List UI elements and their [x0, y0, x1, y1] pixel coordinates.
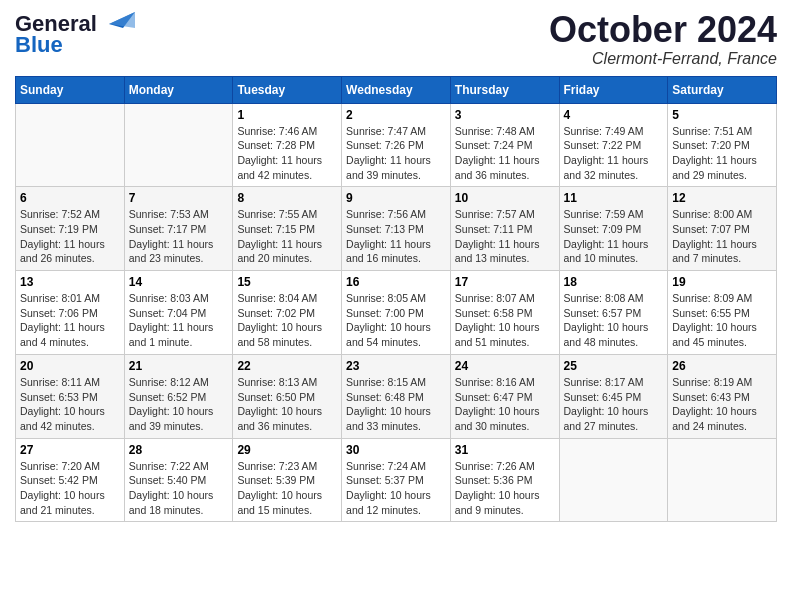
calendar-cell: 28Sunrise: 7:22 AM Sunset: 5:40 PM Dayli… — [124, 438, 233, 522]
day-info: Sunrise: 7:26 AM Sunset: 5:36 PM Dayligh… — [455, 459, 555, 518]
day-number: 13 — [20, 275, 120, 289]
day-number: 18 — [564, 275, 664, 289]
calendar-cell: 5Sunrise: 7:51 AM Sunset: 7:20 PM Daylig… — [668, 103, 777, 187]
logo: General Blue — [15, 10, 135, 56]
day-info: Sunrise: 8:11 AM Sunset: 6:53 PM Dayligh… — [20, 375, 120, 434]
calendar-week-row: 20Sunrise: 8:11 AM Sunset: 6:53 PM Dayli… — [16, 354, 777, 438]
calendar-cell — [559, 438, 668, 522]
day-info: Sunrise: 8:03 AM Sunset: 7:04 PM Dayligh… — [129, 291, 229, 350]
day-info: Sunrise: 8:04 AM Sunset: 7:02 PM Dayligh… — [237, 291, 337, 350]
calendar-week-row: 13Sunrise: 8:01 AM Sunset: 7:06 PM Dayli… — [16, 271, 777, 355]
calendar-cell: 22Sunrise: 8:13 AM Sunset: 6:50 PM Dayli… — [233, 354, 342, 438]
day-info: Sunrise: 7:47 AM Sunset: 7:26 PM Dayligh… — [346, 124, 446, 183]
day-number: 24 — [455, 359, 555, 373]
calendar-cell: 10Sunrise: 7:57 AM Sunset: 7:11 PM Dayli… — [450, 187, 559, 271]
day-number: 14 — [129, 275, 229, 289]
day-number: 6 — [20, 191, 120, 205]
day-info: Sunrise: 7:56 AM Sunset: 7:13 PM Dayligh… — [346, 207, 446, 266]
calendar-cell — [124, 103, 233, 187]
calendar-week-row: 1Sunrise: 7:46 AM Sunset: 7:28 PM Daylig… — [16, 103, 777, 187]
day-info: Sunrise: 8:07 AM Sunset: 6:58 PM Dayligh… — [455, 291, 555, 350]
weekday-header: Sunday — [16, 76, 125, 103]
weekday-header: Wednesday — [342, 76, 451, 103]
calendar-cell — [16, 103, 125, 187]
calendar-cell: 9Sunrise: 7:56 AM Sunset: 7:13 PM Daylig… — [342, 187, 451, 271]
day-info: Sunrise: 8:13 AM Sunset: 6:50 PM Dayligh… — [237, 375, 337, 434]
day-number: 10 — [455, 191, 555, 205]
logo-bird-icon — [99, 10, 135, 38]
calendar-week-row: 27Sunrise: 7:20 AM Sunset: 5:42 PM Dayli… — [16, 438, 777, 522]
day-info: Sunrise: 7:49 AM Sunset: 7:22 PM Dayligh… — [564, 124, 664, 183]
calendar-cell: 31Sunrise: 7:26 AM Sunset: 5:36 PM Dayli… — [450, 438, 559, 522]
day-info: Sunrise: 7:24 AM Sunset: 5:37 PM Dayligh… — [346, 459, 446, 518]
day-info: Sunrise: 8:16 AM Sunset: 6:47 PM Dayligh… — [455, 375, 555, 434]
calendar-cell: 21Sunrise: 8:12 AM Sunset: 6:52 PM Dayli… — [124, 354, 233, 438]
day-number: 20 — [20, 359, 120, 373]
day-number: 8 — [237, 191, 337, 205]
calendar-cell: 8Sunrise: 7:55 AM Sunset: 7:15 PM Daylig… — [233, 187, 342, 271]
calendar-cell: 24Sunrise: 8:16 AM Sunset: 6:47 PM Dayli… — [450, 354, 559, 438]
day-number: 26 — [672, 359, 772, 373]
day-number: 2 — [346, 108, 446, 122]
calendar-cell: 7Sunrise: 7:53 AM Sunset: 7:17 PM Daylig… — [124, 187, 233, 271]
weekday-header: Monday — [124, 76, 233, 103]
day-info: Sunrise: 8:17 AM Sunset: 6:45 PM Dayligh… — [564, 375, 664, 434]
day-number: 1 — [237, 108, 337, 122]
day-number: 22 — [237, 359, 337, 373]
day-number: 21 — [129, 359, 229, 373]
calendar-cell: 1Sunrise: 7:46 AM Sunset: 7:28 PM Daylig… — [233, 103, 342, 187]
day-info: Sunrise: 8:15 AM Sunset: 6:48 PM Dayligh… — [346, 375, 446, 434]
calendar-cell: 26Sunrise: 8:19 AM Sunset: 6:43 PM Dayli… — [668, 354, 777, 438]
day-info: Sunrise: 8:01 AM Sunset: 7:06 PM Dayligh… — [20, 291, 120, 350]
weekday-header: Tuesday — [233, 76, 342, 103]
day-info: Sunrise: 7:53 AM Sunset: 7:17 PM Dayligh… — [129, 207, 229, 266]
calendar-cell: 4Sunrise: 7:49 AM Sunset: 7:22 PM Daylig… — [559, 103, 668, 187]
month-title: October 2024 — [549, 10, 777, 50]
calendar-table: SundayMondayTuesdayWednesdayThursdayFrid… — [15, 76, 777, 523]
day-number: 9 — [346, 191, 446, 205]
day-info: Sunrise: 7:48 AM Sunset: 7:24 PM Dayligh… — [455, 124, 555, 183]
day-info: Sunrise: 7:59 AM Sunset: 7:09 PM Dayligh… — [564, 207, 664, 266]
logo-blue-text: Blue — [15, 34, 63, 56]
day-info: Sunrise: 8:12 AM Sunset: 6:52 PM Dayligh… — [129, 375, 229, 434]
day-number: 31 — [455, 443, 555, 457]
calendar-week-row: 6Sunrise: 7:52 AM Sunset: 7:19 PM Daylig… — [16, 187, 777, 271]
day-info: Sunrise: 7:51 AM Sunset: 7:20 PM Dayligh… — [672, 124, 772, 183]
day-number: 15 — [237, 275, 337, 289]
calendar-cell: 29Sunrise: 7:23 AM Sunset: 5:39 PM Dayli… — [233, 438, 342, 522]
day-info: Sunrise: 7:23 AM Sunset: 5:39 PM Dayligh… — [237, 459, 337, 518]
day-number: 17 — [455, 275, 555, 289]
calendar-cell: 27Sunrise: 7:20 AM Sunset: 5:42 PM Dayli… — [16, 438, 125, 522]
calendar-cell: 23Sunrise: 8:15 AM Sunset: 6:48 PM Dayli… — [342, 354, 451, 438]
day-info: Sunrise: 7:46 AM Sunset: 7:28 PM Dayligh… — [237, 124, 337, 183]
title-block: October 2024 Clermont-Ferrand, France — [549, 10, 777, 68]
weekday-header: Friday — [559, 76, 668, 103]
day-info: Sunrise: 8:09 AM Sunset: 6:55 PM Dayligh… — [672, 291, 772, 350]
day-number: 27 — [20, 443, 120, 457]
day-number: 25 — [564, 359, 664, 373]
day-info: Sunrise: 8:08 AM Sunset: 6:57 PM Dayligh… — [564, 291, 664, 350]
day-info: Sunrise: 7:55 AM Sunset: 7:15 PM Dayligh… — [237, 207, 337, 266]
day-number: 4 — [564, 108, 664, 122]
day-info: Sunrise: 8:19 AM Sunset: 6:43 PM Dayligh… — [672, 375, 772, 434]
calendar-cell: 17Sunrise: 8:07 AM Sunset: 6:58 PM Dayli… — [450, 271, 559, 355]
day-info: Sunrise: 8:05 AM Sunset: 7:00 PM Dayligh… — [346, 291, 446, 350]
calendar-cell — [668, 438, 777, 522]
calendar-cell: 15Sunrise: 8:04 AM Sunset: 7:02 PM Dayli… — [233, 271, 342, 355]
calendar-cell: 14Sunrise: 8:03 AM Sunset: 7:04 PM Dayli… — [124, 271, 233, 355]
calendar-cell: 3Sunrise: 7:48 AM Sunset: 7:24 PM Daylig… — [450, 103, 559, 187]
day-number: 23 — [346, 359, 446, 373]
day-info: Sunrise: 7:22 AM Sunset: 5:40 PM Dayligh… — [129, 459, 229, 518]
day-info: Sunrise: 7:20 AM Sunset: 5:42 PM Dayligh… — [20, 459, 120, 518]
calendar-cell: 16Sunrise: 8:05 AM Sunset: 7:00 PM Dayli… — [342, 271, 451, 355]
day-number: 7 — [129, 191, 229, 205]
calendar-header: SundayMondayTuesdayWednesdayThursdayFrid… — [16, 76, 777, 103]
day-number: 19 — [672, 275, 772, 289]
day-number: 11 — [564, 191, 664, 205]
day-number: 29 — [237, 443, 337, 457]
weekday-header: Saturday — [668, 76, 777, 103]
day-number: 16 — [346, 275, 446, 289]
location-title: Clermont-Ferrand, France — [549, 50, 777, 68]
svg-marker-1 — [109, 12, 135, 28]
calendar-cell: 6Sunrise: 7:52 AM Sunset: 7:19 PM Daylig… — [16, 187, 125, 271]
